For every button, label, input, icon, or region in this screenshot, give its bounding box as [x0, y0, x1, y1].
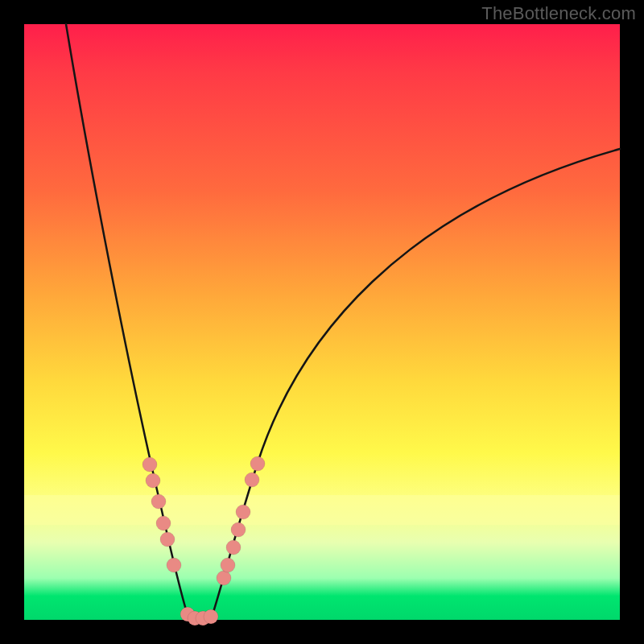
data-point — [160, 532, 175, 547]
left-curve — [66, 24, 189, 620]
data-point — [156, 516, 171, 530]
data-point — [226, 540, 241, 555]
watermark-text: TheBottleneck.com — [481, 3, 636, 24]
data-point — [245, 473, 259, 487]
dots-floor — [180, 607, 218, 625]
data-point — [236, 505, 250, 519]
data-point — [231, 522, 246, 537]
right-curve — [211, 149, 620, 620]
data-point — [221, 558, 235, 572]
data-point — [204, 609, 218, 624]
data-point — [217, 571, 231, 585]
data-point — [151, 494, 166, 509]
data-point — [167, 558, 181, 572]
curves-svg — [24, 24, 620, 620]
data-point — [142, 457, 157, 472]
gradient-panel — [24, 24, 620, 620]
data-point — [250, 456, 265, 471]
data-point — [146, 473, 160, 488]
chart-stage: TheBottleneck.com — [0, 0, 644, 644]
